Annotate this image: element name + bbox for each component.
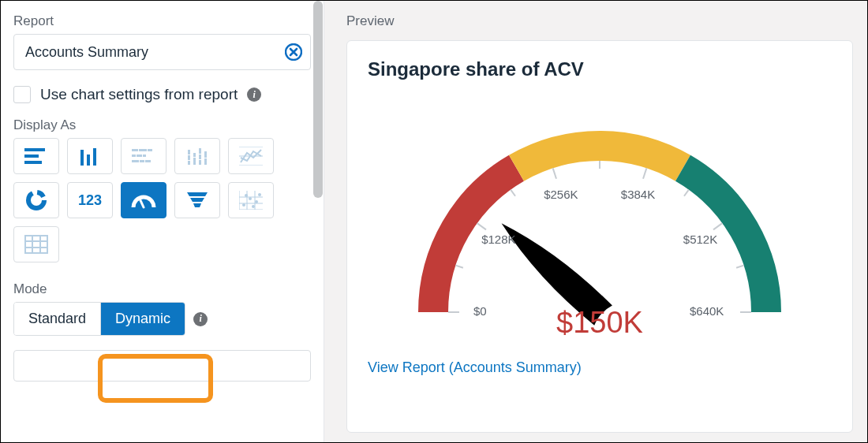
- svg-line-59: [713, 223, 722, 229]
- chart-type-stacked-hbar[interactable]: [121, 138, 166, 174]
- preview-label: Preview: [346, 13, 853, 29]
- report-value: Accounts Summary: [25, 44, 148, 61]
- gauge-tick-label: $384K: [621, 188, 655, 201]
- svg-rect-5: [87, 154, 90, 166]
- svg-rect-24: [204, 151, 207, 158]
- gauge-icon: [130, 190, 157, 210]
- svg-rect-1: [24, 148, 45, 151]
- svg-line-51: [511, 190, 515, 196]
- chart-type-metric[interactable]: 123: [67, 182, 113, 218]
- chart-type-stacked-vbar[interactable]: [174, 138, 220, 174]
- vbar-icon: [78, 147, 102, 166]
- svg-rect-15: [145, 160, 151, 162]
- svg-rect-45: [25, 236, 47, 253]
- svg-rect-13: [132, 160, 139, 162]
- gauge-tick-label: $256K: [544, 188, 578, 201]
- mode-dynamic-button[interactable]: Dynamic: [100, 303, 185, 335]
- scrollbar-thumb[interactable]: [313, 1, 323, 198]
- svg-line-56: [477, 223, 486, 229]
- chart-type-donut[interactable]: [13, 182, 59, 218]
- svg-rect-17: [188, 155, 190, 160]
- svg-rect-23: [199, 160, 201, 165]
- gauge-value: $150K: [556, 306, 643, 340]
- chart-type-table[interactable]: [13, 226, 59, 262]
- svg-line-57: [553, 168, 556, 178]
- svg-marker-31: [190, 198, 204, 202]
- svg-line-53: [684, 190, 689, 196]
- stacked-hbar-icon: [132, 147, 155, 166]
- gauge-tick-label: $128K: [481, 233, 515, 246]
- svg-point-39: [242, 203, 245, 207]
- svg-rect-22: [199, 154, 201, 159]
- svg-rect-7: [132, 149, 138, 151]
- svg-rect-11: [137, 154, 142, 157]
- svg-rect-12: [143, 154, 146, 157]
- svg-point-43: [258, 193, 261, 196]
- report-label: Report: [13, 13, 311, 29]
- svg-marker-32: [193, 203, 201, 207]
- svg-point-41: [245, 194, 248, 197]
- svg-point-44: [252, 205, 255, 208]
- card-title: Singapore share of ACV: [368, 58, 832, 80]
- chart-type-grid: 123: [13, 138, 311, 262]
- metric-icon: 123: [78, 192, 102, 209]
- svg-rect-20: [193, 158, 196, 165]
- clear-report-button[interactable]: [285, 43, 302, 61]
- hbar-icon: [24, 147, 48, 166]
- info-icon[interactable]: i: [193, 312, 208, 326]
- use-chart-settings-label: Use chart settings from report: [40, 86, 238, 103]
- mode-toggle: Standard Dynamic: [13, 302, 185, 336]
- svg-rect-9: [148, 149, 152, 151]
- svg-point-40: [249, 197, 252, 200]
- svg-rect-3: [24, 161, 42, 164]
- gauge-chart: $0$128K$256K$384K$512K$640K $150K: [379, 84, 821, 336]
- svg-line-58: [643, 168, 646, 178]
- config-panel: Report Accounts Summary Use chart settin…: [1, 1, 324, 442]
- chart-type-vbar[interactable]: [67, 138, 113, 174]
- svg-rect-8: [139, 149, 147, 151]
- stacked-vbar-icon: [185, 147, 209, 166]
- preview-panel: Preview Singapore share of ACV $0$128K$2…: [324, 1, 867, 442]
- svg-rect-6: [93, 148, 96, 166]
- scatter-icon: [239, 191, 263, 210]
- svg-rect-2: [24, 154, 39, 158]
- gauge-tick-label: $512K: [683, 233, 717, 246]
- svg-rect-19: [193, 153, 196, 157]
- display-as-label: Display As: [13, 117, 311, 133]
- chart-type-funnel[interactable]: [174, 182, 220, 218]
- mode-label: Mode: [13, 281, 311, 297]
- svg-point-42: [255, 200, 258, 203]
- info-icon[interactable]: i: [247, 87, 261, 102]
- chart-type-scatter[interactable]: [228, 182, 274, 218]
- table-icon: [24, 235, 48, 254]
- chart-type-gauge[interactable]: [121, 182, 166, 218]
- chart-type-hbar[interactable]: [13, 138, 59, 174]
- svg-rect-18: [188, 161, 190, 165]
- mode-standard-button[interactable]: Standard: [14, 303, 100, 335]
- svg-line-54: [736, 266, 744, 268]
- svg-rect-16: [188, 150, 190, 154]
- use-chart-settings-checkbox[interactable]: [13, 86, 31, 103]
- line-icon: [239, 147, 263, 166]
- svg-line-50: [455, 266, 463, 268]
- svg-rect-25: [204, 158, 207, 165]
- donut-icon: [24, 188, 48, 212]
- svg-rect-14: [140, 160, 144, 162]
- close-circle-icon: [285, 43, 302, 61]
- svg-rect-21: [199, 148, 201, 154]
- report-input[interactable]: Accounts Summary: [13, 34, 311, 70]
- gauge-tick-label: $0: [473, 304, 487, 318]
- view-report-link[interactable]: View Report (Accounts Summary): [368, 359, 832, 376]
- preview-card: Singapore share of ACV $0$128K$256K$384K…: [346, 40, 853, 433]
- chart-type-line[interactable]: [228, 138, 274, 174]
- svg-marker-30: [187, 192, 208, 196]
- funnel-icon: [185, 191, 209, 210]
- svg-point-29: [28, 192, 44, 208]
- options-box[interactable]: [13, 350, 311, 382]
- svg-rect-10: [132, 154, 136, 157]
- gauge-tick-label: $640K: [690, 304, 724, 318]
- left-scrollbar[interactable]: [312, 1, 324, 442]
- svg-rect-4: [80, 150, 84, 166]
